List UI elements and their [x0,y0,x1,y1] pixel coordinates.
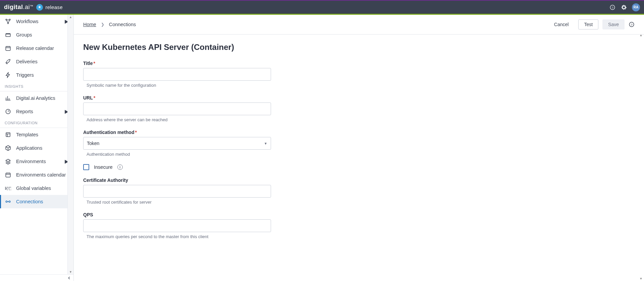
sidebar-item-applications[interactable]: Applications [0,141,73,155]
title-input[interactable] [83,68,271,81]
topbar-actions: ? RA [609,3,640,11]
sidebar-item-label: Release calendar [16,46,54,51]
qps-input[interactable] [83,219,271,232]
svg-rect-9 [6,173,10,177]
sidebar-item-triggers[interactable]: Triggers [0,68,73,82]
layers-icon [5,158,11,164]
svg-point-2 [6,19,7,20]
svg-rect-8 [6,133,10,137]
sidebar-item-label: Applications [16,145,42,151]
sidebar-scrollbar[interactable]: ▲ ▼ [67,15,73,274]
required-indicator: * [94,95,95,100]
avatar[interactable]: RA [632,3,640,11]
workflow-icon [5,18,11,24]
sidebar-item-label: Reports [16,109,33,114]
sidebar-item-label: Deliveries [16,59,38,64]
url-input[interactable] [83,102,271,115]
bolt-icon [5,72,11,78]
calendar-icon [5,45,11,51]
sidebar-item-release-calendar[interactable]: Release calendar [0,42,73,55]
field-url: URL * Address where the server can be re… [83,95,271,122]
sidebar-item-workflows[interactable]: Workflows ▶ [0,15,73,28]
field-helper: The maximum queries per second to the ma… [83,234,271,239]
field-label: QPS [83,212,93,217]
main-scrollbar[interactable]: ▲ ▼ [638,33,644,281]
template-icon [5,132,11,138]
save-button[interactable]: Save [602,19,625,29]
sidebar-item-label: Workflows [16,19,39,24]
sidebar-item-reports[interactable]: Reports ▶ [0,105,73,118]
sidebar-section-insights: INSIGHTS [0,82,73,91]
ca-input[interactable] [83,185,271,198]
folder-icon [5,32,11,38]
scroll-down-icon[interactable]: ▼ [640,277,643,280]
sidebar-item-label: Digital.ai Analytics [16,95,55,101]
test-button[interactable]: Test [578,19,598,29]
gear-icon[interactable] [621,4,627,11]
logo-text: digital.ai™ [4,4,34,11]
connection-icon [5,199,11,205]
sidebar-item-label: Triggers [16,72,34,78]
auth-method-select[interactable]: Token ▼ [83,137,271,150]
help-icon[interactable]: ? [609,4,616,11]
header-actions: Cancel Test Save ? [548,19,635,29]
field-auth-method: Authentication method * Token ▼ Authenti… [83,130,271,157]
field-title: Title * Symbolic name for the configurat… [83,61,271,88]
breadcrumb-current: Connections [109,22,136,27]
field-label: Title [83,61,93,66]
help-icon[interactable]: ? [629,21,635,27]
page-header: Home ❯ Connections Cancel Test Save ? [74,15,644,34]
field-helper: Trusted root certificates for server [83,200,271,205]
sidebar-item-label: Templates [16,132,38,137]
form-content: New Kubernetes API Server (Container) Ti… [74,34,644,281]
sidebar-item-connections[interactable]: Connections [0,195,73,208]
product-glyph-icon [36,4,43,11]
sidebar-item-templates[interactable]: Templates [0,128,73,141]
cancel-button[interactable]: Cancel [548,19,575,29]
sidebar: Workflows ▶ Groups Release calendar Deli… [0,15,74,281]
product-name: release [46,4,63,10]
cube-icon [5,145,11,151]
sidebar-item-analytics[interactable]: Digital.ai Analytics [0,91,73,105]
rocket-icon [5,59,11,65]
insecure-checkbox[interactable] [83,164,89,170]
chart-icon [5,95,11,101]
field-helper: Authentication method [83,152,271,157]
info-icon[interactable]: i [117,164,123,170]
svg-point-11 [6,201,7,203]
sidebar-item-environments[interactable]: Environments ▶ [0,155,73,168]
field-helper: Symbolic name for the configuration [83,83,271,88]
svg-point-12 [9,201,10,203]
dollar-braces-icon: ${'{'} [5,185,11,191]
field-qps: QPS The maximum queries per second to th… [83,212,271,239]
topbar: digital.ai™ release ? RA [0,0,644,14]
main: Home ❯ Connections Cancel Test Save ? Ne… [74,15,644,281]
sidebar-item-label: Environments calendar [16,172,66,178]
svg-text:?: ? [611,5,613,9]
brand: digital.ai™ release [4,4,63,11]
svg-rect-6 [6,47,10,51]
required-indicator: * [135,130,137,135]
field-ca: Certificate Authority Trusted root certi… [83,178,271,205]
sidebar-item-label: Connections [16,199,43,204]
scroll-down-icon[interactable]: ▼ [69,270,72,274]
field-label: Authentication method [83,130,134,135]
svg-text:${'{'}: ${'{'} [5,186,11,190]
sidebar-collapse-button[interactable] [0,274,73,281]
scroll-up-icon[interactable]: ▲ [69,15,72,19]
svg-text:?: ? [631,23,633,26]
field-insecure: Insecure i [83,164,271,170]
sidebar-item-global-vars[interactable]: ${'{'} Global variables [0,182,73,195]
svg-point-3 [9,19,10,20]
sidebar-item-deliveries[interactable]: Deliveries [0,55,73,68]
scroll-up-icon[interactable]: ▲ [640,33,643,37]
breadcrumb-home[interactable]: Home [83,22,96,27]
sidebar-item-env-calendar[interactable]: Environments calendar [0,168,73,182]
sidebar-item-groups[interactable]: Groups [0,28,73,42]
checkbox-label: Insecure [94,164,113,170]
gauge-icon [5,109,11,115]
field-label: Certificate Authority [83,178,128,183]
sidebar-item-label: Environments [16,159,46,164]
sidebar-item-label: Global variables [16,186,51,191]
chevron-right-icon: ❯ [101,22,104,27]
